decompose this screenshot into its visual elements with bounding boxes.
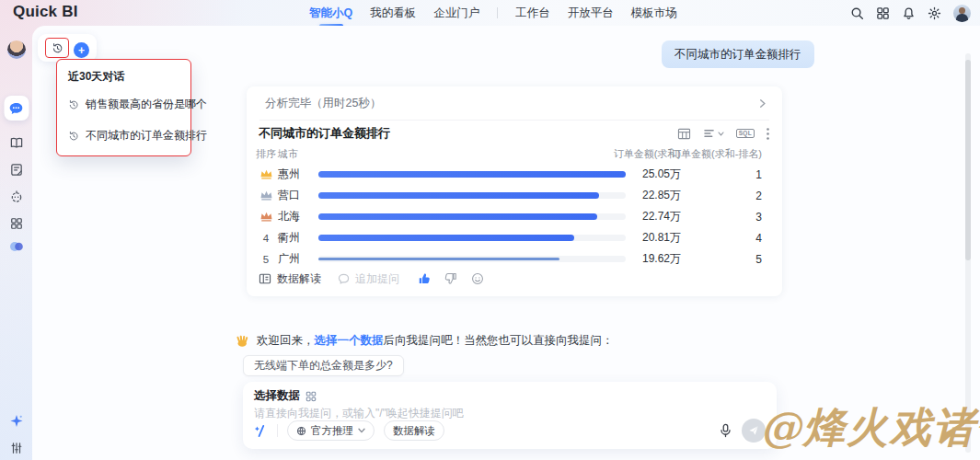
rank-value: 2	[681, 190, 762, 202]
nav-item[interactable]: 模板市场	[631, 6, 677, 21]
top-bar: Quick BI 智能小Q我的看板企业门户工作台开放平台模板市场	[0, 0, 980, 26]
sql-icon[interactable]: SQL	[736, 129, 755, 139]
divider	[259, 120, 769, 121]
apps-grid-icon-side[interactable]	[10, 217, 23, 230]
search-icon[interactable]	[850, 6, 864, 20]
chart-type-switch-icon[interactable]	[703, 128, 724, 139]
thumbs-down-icon[interactable]	[444, 272, 457, 285]
bar	[318, 235, 574, 241]
thumbs-up-icon[interactable]	[418, 272, 431, 285]
col-city: 城市	[278, 147, 298, 161]
chart-title: 不同城市的订单金额排行	[259, 125, 390, 142]
feedback-smiley-icon[interactable]	[471, 272, 484, 285]
sidebar-item-chat-active[interactable]	[4, 96, 29, 121]
welcome-post: 后向我提问吧！当然您也可以直接向我提问：	[384, 334, 614, 347]
rank-value: 1	[681, 168, 762, 181]
divider	[277, 424, 278, 437]
analysis-card: 分析完毕（用时25秒） 不同城市的订单金额排行 SQL	[247, 86, 782, 296]
suggested-question-chip[interactable]: 无线端下单的总金额是多少?	[243, 355, 404, 376]
quickbi-screen: Quick BI 智能小Q我的看板企业门户工作台开放平台模板市场	[0, 0, 980, 460]
bar-cell	[318, 192, 626, 199]
crown-icon	[259, 168, 273, 180]
table-view-icon[interactable]	[677, 128, 691, 140]
follow-up-button[interactable]: 追加提问	[338, 271, 399, 287]
sliders-icon[interactable]	[10, 442, 23, 454]
city-label: 惠州	[278, 167, 318, 182]
value-label: 22.74万	[626, 209, 681, 224]
crown-icon	[259, 190, 273, 201]
card-footer: 数据解读 追加提问	[259, 269, 769, 289]
select-data-button[interactable]: 选择数据	[254, 388, 317, 404]
nav-item[interactable]: 工作台	[515, 6, 550, 21]
quickbi-logo[interactable]: Quick BI	[13, 3, 78, 21]
value-label: 19.62万	[626, 251, 681, 267]
chart-row[interactable]: 惠州25.05万1	[247, 164, 782, 185]
history-item-label: 不同城市的订单金额排行	[86, 128, 207, 144]
table-header: 排序 城市 订单金额(求和) 订单金额(求和-排名)	[247, 147, 782, 160]
value-label: 25.05万	[626, 167, 681, 182]
user-message-bubble: 不同城市的订单金额排行	[662, 40, 814, 68]
left-sidebar	[0, 26, 32, 460]
history-button[interactable]	[45, 38, 69, 58]
gear-icon[interactable]	[928, 6, 941, 20]
chevron-right-icon[interactable]	[757, 98, 767, 109]
value-label: 20.81万	[626, 230, 681, 246]
analysis-status: 分析完毕（用时25秒）	[265, 96, 381, 111]
rank-value: 3	[681, 211, 762, 224]
chart-row[interactable]: 北海22.74万3	[247, 206, 782, 227]
welcome-pre: 欢迎回来，	[257, 334, 315, 347]
history-item[interactable]: 不同城市的订单金额排行	[68, 128, 179, 144]
nav-item[interactable]: 智能小Q	[309, 6, 352, 21]
sparkle-icon[interactable]	[9, 414, 23, 428]
top-nav: 智能小Q我的看板企业门户工作台开放平台模板市场	[309, 0, 677, 26]
history-item[interactable]: 销售额最高的省份是哪个	[68, 97, 179, 112]
value-label: 22.85万	[626, 188, 681, 203]
robot-icon[interactable]	[9, 190, 23, 203]
chart-row[interactable]: 4衢州20.81万4	[247, 227, 782, 248]
welcome-message: 欢迎回来，选择一个数据后向我提问吧！当然您也可以直接向我提问：	[236, 333, 614, 349]
chart-row[interactable]: 5广州19.62万5	[247, 248, 782, 268]
city-label: 衢州	[278, 230, 318, 246]
report-doc-icon[interactable]	[9, 163, 23, 177]
wave-hand-icon	[236, 334, 249, 348]
bar-cell	[318, 213, 626, 220]
sidebar-user-avatar[interactable]	[7, 40, 26, 59]
datasource-blob-icon[interactable]	[9, 241, 24, 252]
history-popup-title: 近30天对话	[68, 69, 179, 85]
apps-grid-icon[interactable]	[876, 6, 890, 20]
bell-icon[interactable]	[902, 6, 916, 20]
rank-cell	[254, 190, 278, 201]
col-amount-rank: 订单金额(求和-排名)	[671, 147, 762, 161]
divider	[497, 7, 498, 18]
bar-cell	[318, 171, 626, 178]
user-avatar[interactable]	[953, 5, 971, 22]
bar	[318, 171, 626, 178]
city-label: 广州	[278, 251, 318, 267]
bar-cell	[318, 235, 626, 241]
top-actions	[850, 0, 971, 26]
more-menu-icon[interactable]	[767, 128, 769, 140]
history-item-label: 销售额最高的省份是哪个	[86, 97, 207, 112]
quick-command-icon[interactable]	[254, 424, 268, 438]
nav-item[interactable]: 我的看板	[370, 6, 416, 21]
dashboard-book-icon[interactable]	[9, 136, 23, 150]
data-explain-pill[interactable]: 数据解读	[384, 420, 444, 441]
nav-item[interactable]: 企业门户	[433, 6, 479, 21]
bar-cell	[318, 256, 626, 262]
data-explain-button[interactable]: 数据解读	[259, 271, 321, 287]
nav-item[interactable]: 开放平台	[568, 6, 614, 21]
scrollbar-thumb[interactable]	[965, 60, 971, 260]
rank-cell	[254, 211, 278, 223]
new-chat-button[interactable]: +	[74, 42, 89, 58]
question-composer: 选择数据 请直接向我提问，或输入"/"唤起快捷提问吧 官方推理 数据解读	[243, 382, 777, 449]
rank-cell: 4	[254, 233, 278, 244]
bar-chart: 惠州25.05万1营口22.85万2北海22.74万34衢州20.81万45广州…	[247, 164, 782, 268]
history-popup: 近30天对话 销售额最高的省份是哪个不同城市的订单金额排行	[56, 59, 191, 156]
history-icon	[68, 131, 79, 142]
rank-value: 4	[681, 232, 762, 245]
microphone-icon[interactable]	[719, 423, 732, 438]
chart-row[interactable]: 营口22.85万2	[247, 185, 782, 206]
select-dataset-link[interactable]: 选择一个数据	[315, 334, 384, 347]
model-select-pill[interactable]: 官方推理	[287, 420, 375, 441]
send-button[interactable]	[742, 419, 766, 443]
